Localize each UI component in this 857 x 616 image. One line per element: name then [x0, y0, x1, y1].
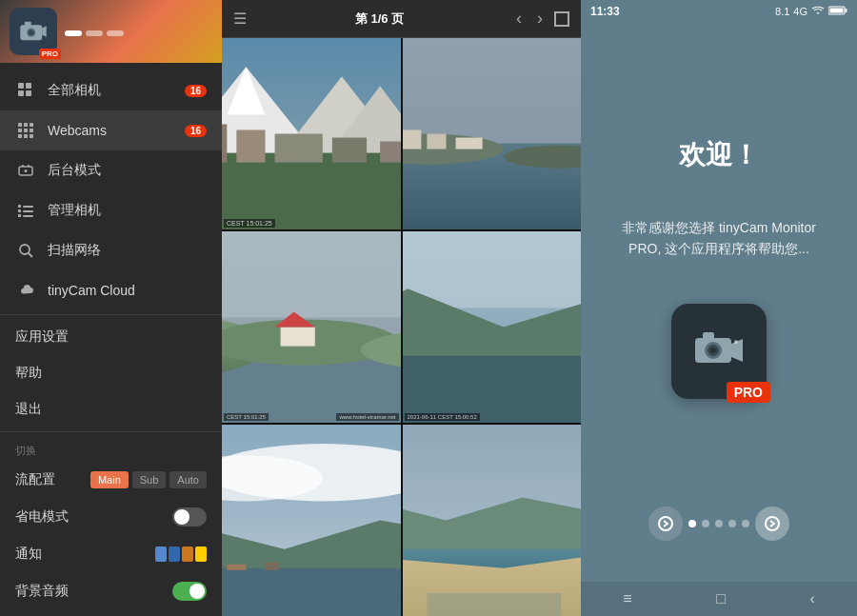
sidebar-item-all-cameras[interactable]: 全部相机 16 — [0, 70, 222, 110]
sidebar-item-stream[interactable]: 流配置 Main Sub Auto — [0, 462, 222, 498]
svg-rect-44 — [455, 138, 482, 149]
svg-point-81 — [659, 517, 672, 530]
welcome-title: 欢迎！ — [679, 137, 759, 173]
color-block-orange — [182, 546, 193, 562]
svg-rect-5 — [26, 83, 31, 89]
svg-rect-10 — [30, 123, 33, 127]
prev-page-btn[interactable]: ‹ — [512, 9, 526, 29]
right-panel: 11:33 8.1 4G 欢迎！ 非常感谢您选择 tin — [581, 0, 857, 616]
page-dot-3 — [715, 520, 723, 527]
sidebar-label-bg-audio: 背景音频 — [15, 583, 161, 600]
svg-rect-20 — [23, 206, 33, 208]
svg-rect-4 — [18, 83, 24, 89]
sidebar-item-cloud[interactable]: tinyCam Cloud — [0, 270, 222, 310]
sidebar-item-notify[interactable]: 通知 — [0, 536, 222, 572]
camera-feed-2[interactable] — [403, 38, 582, 229]
prev-welcome-btn[interactable] — [648, 507, 683, 541]
sidebar-item-app-settings[interactable]: 应用设置 — [0, 319, 222, 355]
stream-btn-auto[interactable]: Auto — [169, 471, 207, 488]
sidebar-item-help[interactable]: 帮助 — [0, 355, 222, 391]
app-icon: PRO — [10, 8, 57, 55]
sidebar-label-power-save: 省电模式 — [15, 508, 161, 526]
svg-rect-24 — [23, 215, 33, 217]
switch-section-label: 切换 — [0, 436, 222, 462]
left-panel: PRO 全部相机 16 — [0, 0, 222, 616]
page-dot-2 — [702, 520, 709, 527]
camera-feed-3[interactable]: CEST 15:01:25 www.hotel-viramar.net — [222, 231, 401, 423]
sidebar-item-webcams[interactable]: Webcams 16 — [0, 110, 222, 150]
svg-rect-42 — [403, 129, 421, 149]
svg-rect-32 — [222, 124, 227, 162]
power-save-toggle[interactable] — [172, 507, 207, 527]
page-dot-1 — [688, 520, 696, 527]
sidebar-item-scan[interactable]: 扫描网络 — [0, 230, 222, 270]
camera-feed-6[interactable] — [403, 425, 582, 616]
wifi-icon — [811, 5, 825, 18]
svg-rect-7 — [26, 90, 31, 96]
user-info — [65, 27, 124, 36]
nav-menu: 全部相机 16 Webcams 16 — [0, 63, 222, 616]
stream-btn-main[interactable]: Main — [90, 471, 129, 488]
svg-point-82 — [766, 517, 779, 530]
sidebar-item-bg-audio[interactable]: 背景音频 — [0, 572, 222, 610]
svg-rect-65 — [227, 565, 246, 570]
sleep-icon — [15, 160, 36, 181]
cloud-icon — [15, 280, 36, 301]
sidebar-label-background: 后台模式 — [48, 162, 207, 179]
grid-icon — [15, 80, 36, 101]
sidebar-label-app-settings: 应用设置 — [15, 328, 207, 346]
status-bar: 11:33 8.1 4G — [581, 0, 857, 23]
svg-rect-13 — [30, 129, 33, 132]
nav-divider-2 — [0, 431, 222, 432]
svg-rect-35 — [332, 138, 367, 163]
app-logo-large: PRO — [671, 304, 767, 399]
page-dot-4 — [728, 520, 736, 527]
sidebar-label-manage: 管理相机 — [48, 202, 207, 219]
pagination-dots — [648, 507, 789, 541]
camera-feed-4[interactable]: 2021-06-11 CEST 15:00:52 — [403, 231, 582, 423]
sidebar-item-exit[interactable]: 退出 — [0, 391, 222, 427]
svg-rect-51 — [281, 328, 315, 347]
sidebar-label-all-cameras: 全部相机 — [48, 82, 173, 99]
footer-home-btn[interactable]: □ — [701, 586, 741, 611]
network-icon: 4G — [793, 6, 807, 17]
status-icons: 8.1 4G — [775, 5, 847, 18]
svg-point-80 — [734, 340, 738, 344]
feed-3-timestamp-left: CEST 15:01:25 — [224, 413, 269, 421]
svg-rect-9 — [24, 123, 28, 127]
sidebar-item-background[interactable]: 后台模式 — [0, 150, 222, 190]
user-dots — [65, 30, 124, 36]
dot-indicators — [688, 520, 749, 527]
camera-feed-1[interactable]: CEST 15:01:25 — [222, 38, 401, 229]
menu-icon[interactable]: ☰ — [233, 10, 247, 28]
right-content: 欢迎！ 非常感谢您选择 tinyCam Monitor PRO, 这个应用程序将… — [581, 23, 857, 582]
pro-badge-small: PRO — [39, 49, 61, 59]
feed-4-timestamp-left: 2021-06-11 CEST 15:00:52 — [405, 413, 480, 421]
bg-audio-toggle[interactable] — [172, 582, 207, 601]
svg-rect-34 — [275, 134, 323, 163]
user-dot-1 — [65, 30, 82, 36]
feed-1-timestamp: CEST 15:01:25 — [224, 219, 275, 228]
svg-rect-55 — [403, 231, 582, 308]
footer-back-btn[interactable]: ‹ — [794, 586, 829, 611]
stream-btn-sub[interactable]: Sub — [132, 471, 167, 488]
svg-rect-21 — [18, 209, 21, 212]
search-icon — [15, 240, 36, 261]
color-block-blue — [155, 546, 167, 562]
svg-rect-11 — [18, 129, 22, 132]
sidebar-item-power-save[interactable]: 省电模式 — [0, 498, 222, 536]
next-page-btn[interactable]: › — [533, 9, 547, 29]
middle-header: ☰ 第 1/6 页 ‹ › — [222, 0, 581, 38]
footer-menu-btn[interactable]: ≡ — [608, 586, 647, 611]
camera-feed-5[interactable] — [222, 425, 401, 616]
next-welcome-btn[interactable] — [755, 507, 789, 541]
svg-rect-8 — [18, 123, 22, 127]
camera-grid: CEST 15:01:25 — [222, 38, 581, 616]
user-dot-2 — [86, 30, 103, 36]
sidebar-badge-webcams: 16 — [185, 125, 207, 137]
svg-rect-19 — [18, 205, 21, 208]
sidebar-item-manage[interactable]: 管理相机 — [0, 190, 222, 230]
svg-rect-43 — [427, 134, 446, 149]
grid-view-icon[interactable] — [554, 11, 569, 27]
nav-divider-1 — [0, 314, 222, 315]
